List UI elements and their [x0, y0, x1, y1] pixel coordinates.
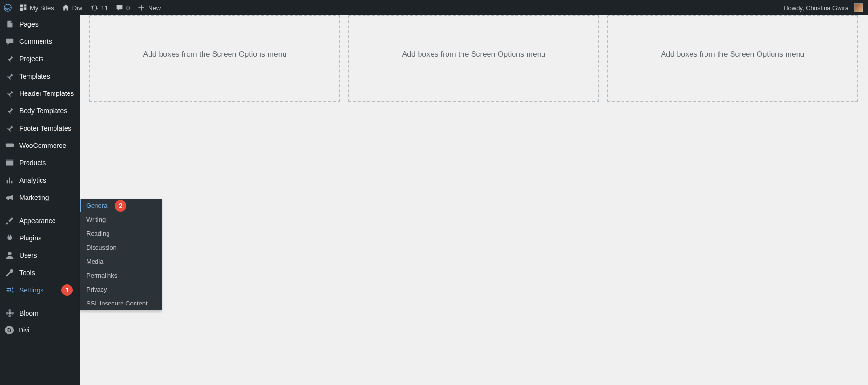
- sites-icon: [19, 4, 27, 12]
- sidebar-item-settings[interactable]: Settings 1 General 2 Writing Reading Dis…: [0, 281, 80, 299]
- my-sites-link[interactable]: My Sites: [15, 0, 58, 15]
- meta-box-dropzone[interactable]: Add boxes from the Screen Options menu: [348, 15, 599, 102]
- user-icon: [5, 251, 14, 260]
- submenu-item-privacy[interactable]: Privacy: [80, 282, 162, 296]
- submenu-item-permalinks[interactable]: Permalinks: [80, 268, 162, 282]
- wp-logo[interactable]: [0, 0, 15, 15]
- menu-separator: [0, 299, 80, 305]
- comment-icon: [5, 37, 14, 46]
- site-name-label: Divi: [72, 4, 83, 12]
- submenu-item-media[interactable]: Media: [80, 254, 162, 268]
- update-icon: [91, 4, 98, 12]
- comments-count: 0: [126, 4, 130, 12]
- sidebar-item-label: Settings: [19, 286, 44, 294]
- comments-link[interactable]: 0: [112, 0, 134, 15]
- bloom-icon: [5, 308, 14, 318]
- sidebar-item-projects[interactable]: Projects: [0, 50, 80, 67]
- pages-icon: [5, 19, 14, 29]
- sidebar-item-tools[interactable]: Tools: [0, 264, 80, 281]
- divi-icon: D: [5, 326, 14, 334]
- sidebar-item-body-templates[interactable]: Body Templates: [0, 102, 80, 119]
- menu-separator: [0, 206, 80, 212]
- sidebar-item-comments[interactable]: Comments: [0, 33, 80, 50]
- submenu-item-label: Permalinks: [86, 272, 117, 279]
- brush-icon: [5, 216, 14, 226]
- howdy-label: Howdy, Christina Gwira: [784, 4, 849, 12]
- sidebar-item-label: Header Templates: [19, 90, 74, 97]
- my-sites-label: My Sites: [30, 4, 54, 12]
- submenu-item-label: Reading: [86, 230, 109, 237]
- sliders-icon: [5, 285, 14, 295]
- sidebar-item-label: Appearance: [19, 217, 56, 225]
- admin-sidebar: Pages Comments Projects Templates Header…: [0, 15, 80, 385]
- sidebar-item-products[interactable]: Products: [0, 154, 80, 172]
- sidebar-item-bloom[interactable]: Bloom: [0, 305, 80, 322]
- submenu-item-label: Media: [86, 258, 103, 265]
- updates-count: 11: [101, 4, 108, 12]
- sidebar-item-templates[interactable]: Templates: [0, 67, 80, 85]
- main-content: Add boxes from the Screen Options menu A…: [80, 15, 868, 385]
- submenu-item-label: Writing: [86, 216, 106, 223]
- dropzone-placeholder: Add boxes from the Screen Options menu: [402, 50, 546, 59]
- sidebar-item-woocommerce[interactable]: WooCommerce: [0, 137, 80, 154]
- sidebar-item-appearance[interactable]: Appearance: [0, 212, 80, 229]
- adminbar-right: Howdy, Christina Gwira: [780, 0, 868, 15]
- submenu-item-label: SSL Insecure Content: [86, 300, 148, 307]
- sidebar-item-users[interactable]: Users: [0, 247, 80, 264]
- sidebar-item-label: Templates: [19, 72, 50, 80]
- new-label: New: [148, 4, 161, 12]
- new-link[interactable]: New: [134, 0, 164, 15]
- howdy-link[interactable]: Howdy, Christina Gwira: [780, 0, 868, 15]
- meta-box-dropzone[interactable]: Add boxes from the Screen Options menu: [89, 15, 340, 102]
- plus-icon: [137, 4, 145, 12]
- sidebar-item-footer-templates[interactable]: Footer Templates: [0, 119, 80, 137]
- pin-icon: [5, 123, 14, 133]
- dropzone-placeholder: Add boxes from the Screen Options menu: [661, 50, 805, 59]
- avatar: [854, 3, 863, 12]
- meta-boxes-row: Add boxes from the Screen Options menu A…: [89, 15, 858, 102]
- svg-rect-1: [6, 144, 14, 147]
- settings-submenu: General 2 Writing Reading Discussion Med…: [80, 199, 162, 310]
- dropzone-placeholder: Add boxes from the Screen Options menu: [143, 50, 287, 59]
- svg-point-2: [8, 252, 11, 255]
- submenu-item-label: Privacy: [86, 286, 107, 293]
- sidebar-item-analytics[interactable]: Analytics: [0, 172, 80, 189]
- sidebar-item-pages[interactable]: Pages: [0, 15, 80, 33]
- sidebar-item-label: Comments: [19, 38, 52, 45]
- submenu-item-ssl[interactable]: SSL Insecure Content: [80, 296, 162, 310]
- meta-box-dropzone[interactable]: Add boxes from the Screen Options menu: [607, 15, 858, 102]
- pin-icon: [5, 71, 14, 81]
- svg-point-3: [8, 312, 11, 314]
- sidebar-item-label: Analytics: [19, 176, 46, 184]
- submenu-item-discussion[interactable]: Discussion: [80, 240, 162, 254]
- sidebar-item-plugins[interactable]: Plugins: [0, 229, 80, 247]
- submenu-item-writing[interactable]: Writing: [80, 212, 162, 226]
- sidebar-item-label: Users: [19, 252, 37, 259]
- updates-link[interactable]: 11: [87, 0, 112, 15]
- pin-icon: [5, 89, 14, 98]
- submenu-item-label: General: [86, 202, 108, 209]
- site-link[interactable]: Divi: [58, 0, 87, 15]
- sidebar-item-label: Products: [19, 159, 46, 167]
- submenu-item-reading[interactable]: Reading: [80, 226, 162, 240]
- woo-icon: [5, 141, 14, 150]
- sidebar-item-marketing[interactable]: Marketing: [0, 189, 80, 206]
- callout-badge-2: 2: [115, 200, 126, 212]
- home-icon: [62, 4, 69, 12]
- plug-icon: [5, 233, 14, 243]
- wrench-icon: [5, 268, 14, 278]
- adminbar: My Sites Divi 11 0 New: [0, 0, 868, 15]
- submenu-item-label: Discussion: [86, 244, 117, 251]
- pin-icon: [5, 54, 14, 64]
- sidebar-item-divi[interactable]: D Divi: [0, 322, 80, 338]
- sidebar-item-label: Marketing: [19, 194, 49, 201]
- sidebar-item-header-templates[interactable]: Header Templates: [0, 85, 80, 102]
- megaphone-icon: [5, 193, 14, 202]
- submenu-item-general[interactable]: General 2: [80, 199, 162, 212]
- adminbar-left: My Sites Divi 11 0 New: [0, 0, 164, 15]
- sidebar-item-label: Footer Templates: [19, 124, 71, 132]
- products-icon: [5, 158, 14, 168]
- analytics-icon: [5, 175, 14, 185]
- sidebar-item-label: Bloom: [19, 309, 39, 317]
- sidebar-item-label: Plugins: [19, 234, 41, 242]
